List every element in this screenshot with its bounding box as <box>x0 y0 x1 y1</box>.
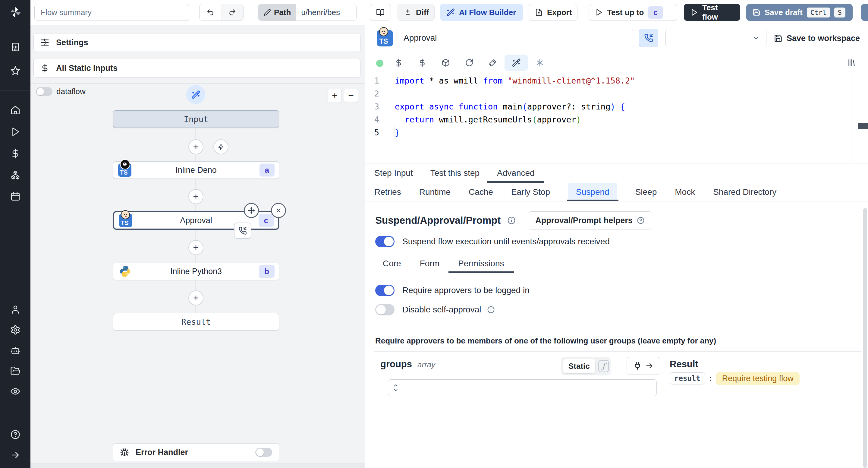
delete-node-button[interactable] <box>271 203 286 218</box>
test-flow-button[interactable]: Test flow <box>684 4 740 21</box>
require-login-toggle[interactable] <box>375 285 395 296</box>
diff-button[interactable]: Diff <box>398 4 435 21</box>
add-step-button[interactable] <box>188 189 204 204</box>
expand-sidebar-arrow-icon[interactable] <box>0 450 30 460</box>
add-step-button[interactable] <box>188 240 204 255</box>
undo-button[interactable] <box>199 4 221 21</box>
suspend-phone-button[interactable] <box>639 29 658 47</box>
error-handler-row[interactable]: Error Handler <box>113 443 279 461</box>
save-to-workspace-button[interactable]: Save to workspace <box>774 31 860 46</box>
error-handler-toggle[interactable] <box>255 448 272 457</box>
export-button[interactable]: Export <box>529 4 578 21</box>
docs-button[interactable] <box>370 4 391 21</box>
workers-bot-icon[interactable] <box>0 345 30 355</box>
move-node-handle[interactable] <box>244 203 259 218</box>
node-label: Inline Deno <box>176 166 217 175</box>
flow-settings-row[interactable]: Settings <box>33 33 361 52</box>
ai-flow-builder-button[interactable]: AI Flow Builder <box>440 4 523 21</box>
path-button[interactable]: Path u/henri/bes <box>258 4 356 21</box>
format-brush-icon[interactable] <box>481 59 504 67</box>
all-static-inputs-row[interactable]: All Static Inputs <box>33 59 361 78</box>
ai-assistant-wand-button[interactable] <box>504 55 528 71</box>
help-icon[interactable] <box>0 430 30 440</box>
typescript-badge: TS <box>118 164 131 177</box>
diff-icon <box>404 8 412 16</box>
code-line-content: import * as wmill from "windmill-client@… <box>395 74 851 87</box>
code-line[interactable]: 4 return wmill.getResumeUrls(approver) <box>365 113 868 126</box>
redo-button[interactable] <box>221 4 244 21</box>
suspend-phone-badge[interactable] <box>234 223 251 239</box>
add-step-button[interactable] <box>188 139 204 154</box>
groups-array-input[interactable] <box>388 379 657 396</box>
javascript-mode-button[interactable]: ƒ <box>598 360 609 372</box>
home-icon[interactable] <box>0 105 30 115</box>
code-line[interactable]: 5} <box>365 126 868 139</box>
connect-input-button[interactable] <box>627 357 660 375</box>
flow-node-result[interactable]: Result <box>113 313 279 330</box>
settings-gear-icon[interactable] <box>0 325 30 335</box>
resources-icon[interactable] <box>0 170 30 180</box>
step-name-input[interactable] <box>397 29 634 47</box>
schedules-icon[interactable] <box>0 191 30 201</box>
require-login-label: Require approvers to be logged in <box>402 286 530 295</box>
info-icon[interactable] <box>507 216 516 225</box>
disable-self-approval-toggle[interactable] <box>375 304 395 315</box>
tab-suspend[interactable]: Suspend <box>568 183 617 201</box>
static-inputs-icon[interactable] <box>387 59 410 67</box>
library-icon[interactable] <box>839 58 863 67</box>
tab-advanced[interactable]: Advanced <box>497 164 535 183</box>
add-step-button[interactable] <box>188 290 204 305</box>
plug-icon <box>633 361 642 370</box>
windmill-logo[interactable] <box>0 5 30 19</box>
tab-cache[interactable]: Cache <box>469 183 493 201</box>
code-line[interactable]: 2 <box>365 87 868 100</box>
flow-node-input[interactable]: Input <box>113 110 279 128</box>
static-mode-button[interactable]: Static <box>563 359 595 373</box>
audit-eye-icon[interactable] <box>0 386 30 397</box>
deploy-button-partial[interactable] <box>861 4 868 21</box>
tab-form[interactable]: Form <box>420 254 439 273</box>
flow-node-inline-deno[interactable]: TS Inline Deno a <box>113 161 279 179</box>
ai-graph-wand-button[interactable] <box>186 85 205 104</box>
zoom-in-button[interactable]: + <box>328 89 342 103</box>
code-line[interactable]: 1import * as wmill from "windmill-client… <box>365 74 868 87</box>
tab-test-this-step[interactable]: Test this step <box>430 164 479 183</box>
tab-mock[interactable]: Mock <box>675 183 695 201</box>
folders-icon[interactable] <box>0 366 30 376</box>
tab-permissions[interactable]: Permissions <box>458 254 504 273</box>
dataflow-toggle[interactable] <box>36 87 53 96</box>
workspace-icon[interactable] <box>0 42 30 52</box>
code-line-content <box>395 87 851 100</box>
approval-prompt-helpers-button[interactable]: Approval/Prompt helpers <box>528 211 652 230</box>
tab-shared-directory[interactable]: Shared Directory <box>713 183 776 201</box>
tab-retries[interactable]: Retries <box>374 183 401 201</box>
result-key-chip[interactable]: result <box>670 372 705 384</box>
tab-early-stop[interactable]: Early Stop <box>511 183 550 201</box>
code-line[interactable]: 3export async function main(approver?: s… <box>365 100 868 113</box>
save-draft-button[interactable]: Save draft Ctrl S <box>746 4 852 21</box>
script-version-select[interactable] <box>665 29 767 47</box>
add-trigger-bolt-button[interactable] <box>213 139 228 154</box>
test-up-to-button[interactable]: Test up to c <box>589 4 677 21</box>
info-icon[interactable] <box>487 306 495 314</box>
variables-picker-icon[interactable] <box>410 59 434 67</box>
flow-node-inline-python[interactable]: Inline Python3 b <box>113 263 279 280</box>
ai-disabled-sparkles-icon[interactable] <box>528 58 552 67</box>
runs-icon[interactable] <box>0 127 30 137</box>
tab-step-input[interactable]: Step Input <box>374 164 413 183</box>
zoom-out-button[interactable]: − <box>344 89 358 103</box>
suspend-flow-toggle[interactable] <box>375 236 395 247</box>
result-value-pill[interactable]: Require testing flow <box>716 372 800 385</box>
disable-self-approval-row: Disable self-approval <box>375 303 495 316</box>
reload-icon[interactable] <box>458 59 481 67</box>
users-icon[interactable] <box>0 304 30 315</box>
panel-scrollbar-thumb[interactable] <box>863 208 867 468</box>
package-icon[interactable] <box>434 59 458 67</box>
tab-core[interactable]: Core <box>383 254 401 273</box>
code-editor[interactable]: 1import * as wmill from "windmill-client… <box>365 72 868 161</box>
variables-icon[interactable] <box>0 148 30 158</box>
flow-summary-input[interactable] <box>34 4 189 21</box>
tab-runtime[interactable]: Runtime <box>419 183 451 201</box>
tab-sleep[interactable]: Sleep <box>635 183 657 201</box>
favorites-star-icon[interactable] <box>0 66 30 76</box>
